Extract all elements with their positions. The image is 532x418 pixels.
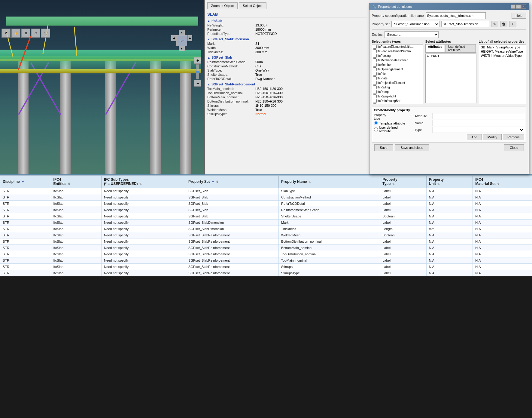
entity-checkbox[interactable] (373, 85, 377, 89)
attributes-tab[interactable]: Attributes (425, 44, 445, 52)
name-input[interactable] (433, 120, 524, 126)
table-row[interactable]: STR IfcSlab Need not specify SGPset_Slab… (0, 245, 532, 251)
user-defined-tab[interactable]: User defined attributes (445, 44, 476, 52)
entity-types-list[interactable]: IfcFeatureElementAdditio...IfcFeatureEle… (372, 44, 423, 104)
zoom-slider-handle[interactable] (196, 71, 199, 73)
property-set-dropdown[interactable]: SGPset_SlabDimension (391, 21, 439, 27)
table-row[interactable]: STR IfcSlab Need not specify SGPset_Slab… (0, 207, 532, 213)
subtypes-sort-icon[interactable]: ⇅ (139, 183, 142, 186)
selected-prop-item[interactable]: SB_Mark, StringValueType (480, 45, 526, 49)
propname-sort-icon[interactable]: ⇅ (309, 180, 311, 183)
zoom-out-button[interactable]: − (194, 80, 201, 87)
close-window-button[interactable]: ✕ (521, 5, 526, 9)
edit-propset-button[interactable]: ✎ (491, 21, 498, 27)
entity-checkbox[interactable] (373, 67, 377, 71)
entity-checkbox[interactable] (373, 72, 377, 76)
nav-up-arrow[interactable]: ▲ (179, 30, 185, 35)
table-row[interactable]: STR IfcSlab Need not specify SGPset_Slab… (0, 201, 532, 207)
select-object-button[interactable]: Select Object (239, 2, 266, 9)
selected-props-list[interactable]: SB_Mark, StringValueTypeHEIGHT, MeasureV… (479, 44, 527, 104)
entity-checkbox[interactable] (373, 81, 377, 85)
tree-expand-icon[interactable]: ▶ (427, 54, 429, 58)
attributes-tree[interactable]: ▶ PART (425, 54, 476, 103)
entity-list-item[interactable]: IfcRailing (372, 85, 423, 90)
entity-list-item[interactable]: IfcFeatureElementSubtra... (372, 49, 423, 54)
table-row[interactable]: STR IfcSlab Need not specify SGPset_Slab… (0, 270, 532, 276)
minimize-button[interactable]: ─ (511, 5, 515, 9)
entity-checkbox[interactable] (373, 49, 377, 53)
table-row[interactable]: STR IfcSlab Need not specify SGPset_Slab… (0, 238, 532, 245)
entity-list-item[interactable]: IfcFeatureElementAdditio... (372, 45, 423, 49)
propset-sort-icon[interactable]: ⇅ (216, 180, 218, 183)
modify-property-button[interactable]: Modify (483, 134, 502, 140)
nav-down-arrow[interactable]: ▼ (179, 46, 185, 51)
table-row[interactable]: STR IfcSlab Need not specify SGPset_Slab… (0, 264, 532, 270)
delete-propset-button[interactable]: 🗑 (500, 21, 507, 27)
attribute-input[interactable] (433, 113, 524, 119)
maximize-button[interactable]: □ (516, 5, 521, 9)
entity-list-item[interactable]: IfcMechanicalFastener (372, 58, 423, 63)
propunit-sort-icon[interactable]: ⇅ (437, 183, 440, 186)
remove-property-button[interactable]: Remove (503, 134, 524, 140)
table-row[interactable]: STR IfcSlab Need not specify SGPset_Slab… (0, 251, 532, 257)
table-row[interactable]: STR IfcSlab Need not specify SGPset_Slab… (0, 194, 532, 201)
zoom-slider[interactable] (196, 64, 199, 79)
user-defined-radio[interactable] (374, 128, 378, 131)
entity-checkbox[interactable] (373, 103, 377, 104)
propset-filter-icon[interactable]: ▼ (212, 180, 214, 183)
nav-cube-area[interactable]: ▲ ◀ TOP ▶ ▼ (171, 30, 192, 51)
add-propset-button[interactable]: + (509, 21, 516, 27)
config-file-input[interactable] (426, 12, 486, 19)
orbit-tool-button[interactable]: ⟳ (31, 29, 40, 38)
entity-list-item[interactable]: IfcRamp (372, 90, 423, 94)
zoom-tool-button[interactable]: ⇅ (21, 29, 30, 38)
nav-cube-face[interactable]: TOP (176, 35, 187, 46)
entities-dropdown[interactable]: Structural (385, 31, 439, 38)
entity-checkbox[interactable] (373, 76, 377, 80)
zoom-to-object-button[interactable]: Zoom to Object (207, 2, 238, 9)
zoom-in-button[interactable]: + (194, 57, 201, 64)
entity-list-item[interactable]: IfcPlate (372, 76, 423, 81)
entity-list-item[interactable]: IfcFooting (372, 54, 423, 58)
entity-list-item[interactable]: IfcReinforcingBar (372, 99, 423, 103)
table-row[interactable]: STR IfcSlab Need not specify SGPset_Slab… (0, 232, 532, 238)
selected-prop-item[interactable]: WIDTH, MeasureValueType (480, 54, 526, 58)
add-property-button[interactable]: Add (467, 134, 482, 140)
type-select[interactable] (433, 127, 524, 133)
entity-list-item[interactable]: IfcPile (372, 72, 423, 76)
pan-tool-button[interactable]: ✋ (11, 29, 20, 38)
3d-viewport[interactable]: ▲ ◀ TOP ▶ ▼ + − ↺ ✋ ⇅ ⟳ ⛶ (0, 0, 204, 174)
discipline-filter-icon[interactable]: ▼ (22, 180, 24, 183)
table-row[interactable]: STR IfcSlab Need not specify SGPset_Slab… (0, 257, 532, 264)
selected-prop-item[interactable]: HEIGHT, MeasureValueType (480, 49, 526, 54)
entity-checkbox[interactable] (373, 90, 377, 94)
entity-checkbox[interactable] (373, 54, 377, 58)
template-attribute-radio[interactable] (374, 121, 378, 125)
save-button[interactable]: Save (374, 144, 393, 151)
entity-checkbox[interactable] (373, 63, 377, 67)
entity-checkbox[interactable] (373, 94, 377, 98)
save-and-close-button[interactable]: Save and close (395, 144, 429, 151)
help-button[interactable]: Help (512, 13, 526, 19)
close-dialog-button[interactable]: Close (504, 144, 524, 151)
table-row[interactable]: STR IfcSlab Need not specify SGPset_Slab… (0, 213, 532, 220)
entity-checkbox[interactable] (373, 99, 377, 103)
rotate-tool-button[interactable]: ↺ (2, 29, 11, 38)
entity-list-item[interactable]: IfcProjectionElement (372, 81, 423, 85)
proptype-sort-icon[interactable]: ⇅ (392, 183, 395, 186)
table-row[interactable]: STR IfcSlab Need not specify SGPset_Slab… (0, 226, 532, 232)
entity-list-item[interactable]: IfcMember (372, 63, 423, 67)
matset-sort-icon[interactable]: ⇅ (497, 183, 500, 186)
part-tree-item[interactable]: ▶ PART (426, 54, 476, 58)
nav-right-arrow[interactable]: ▶ (187, 35, 192, 41)
ifc4-sort-icon[interactable]: ⇅ (68, 183, 70, 186)
entity-list-item[interactable]: IfcRampFlight (372, 94, 423, 99)
entity-list-item[interactable]: IfcOpeningElement (372, 67, 423, 72)
entity-checkbox[interactable] (373, 58, 377, 62)
nav-left-arrow[interactable]: ◀ (171, 35, 176, 41)
fullscreen-button[interactable]: ⛶ (41, 29, 50, 38)
table-row[interactable]: STR IfcSlab Need not specify SGPset_Slab… (0, 220, 532, 226)
property-set-name-input[interactable] (441, 21, 489, 27)
table-row[interactable]: STR IfcSlab Need not specify SGPset_Slab… (0, 188, 532, 194)
entity-list-item[interactable]: IfcReinforcingElement (372, 103, 423, 104)
